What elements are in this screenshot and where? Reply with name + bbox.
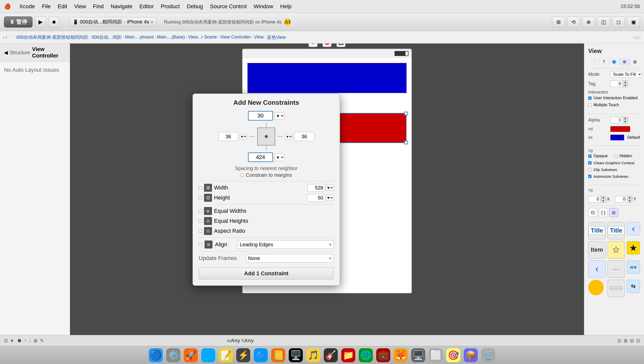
clip-checkbox[interactable] <box>588 168 592 171</box>
status-right-icon-4[interactable]: ⊡ <box>636 338 640 344</box>
status-icon-3[interactable]: ⏹ <box>17 338 22 344</box>
alpha-decrement-btn[interactable]: ▼ <box>623 120 628 123</box>
editor-layout-btn[interactable]: ⊞ <box>552 16 565 28</box>
visual-cell-arrows2[interactable]: ⇆ <box>627 280 640 293</box>
device-orientation-btn[interactable]: ⟲ <box>567 16 580 28</box>
view-controls[interactable]: ⚙ 🔴 🔲 <box>308 44 346 47</box>
tag-increment-btn[interactable]: ▲ <box>623 80 628 84</box>
menu-source-control[interactable]: Source Control <box>206 2 250 11</box>
breadcrumb-item-5[interactable]: View Controller <box>220 34 251 40</box>
navigator-btn[interactable]: ◫ <box>597 16 610 28</box>
height-value-input[interactable] <box>308 194 325 202</box>
status-icon-4[interactable]: ↑ <box>24 338 26 344</box>
visual-cell-dots2[interactable] <box>608 280 625 297</box>
status-icon-7[interactable]: ✎ <box>40 338 44 344</box>
breadcrumb-item-2[interactable]: Main....yboard <box>125 34 154 40</box>
menu-debug[interactable]: Debug <box>183 2 206 11</box>
menu-view[interactable]: View <box>71 2 90 11</box>
visual-cell-dots[interactable]: ··· <box>608 260 625 278</box>
breadcrumb-item-6[interactable]: View <box>254 34 264 40</box>
menu-window[interactable]: Window <box>250 2 277 11</box>
top-constraint-input[interactable] <box>248 111 273 120</box>
scheme-selector[interactable]: 📱 006自动...相同间距 › iPhone 4s ▾ <box>70 17 156 26</box>
x-decrement-btn[interactable]: ▼ <box>601 199 606 202</box>
status-icon-5[interactable]: ↓ <box>29 338 31 344</box>
equal-widths-checkbox[interactable] <box>199 210 202 213</box>
bottom-constraint-input[interactable] <box>248 152 273 162</box>
dock-terminal[interactable]: 🖥️ <box>289 348 303 362</box>
clears-checkbox[interactable] <box>588 161 592 164</box>
status-right-icon-2[interactable]: ⊞ <box>624 338 628 344</box>
visual-cell-item[interactable]: Item <box>588 241 606 258</box>
bottom-constraint-select[interactable]: ▾ <box>274 154 284 161</box>
status-icon-6[interactable]: ⊞ <box>34 338 38 344</box>
top-constraint-select[interactable]: ▾ <box>274 112 284 120</box>
hidden-checkbox[interactable] <box>614 154 618 158</box>
dock-xcode[interactable]: ⚡ <box>236 348 250 362</box>
align-checkbox[interactable] <box>199 243 202 246</box>
right-icon-tab-1[interactable]: 📄 <box>588 58 599 66</box>
dock-browser[interactable]: 🌐 <box>359 348 373 362</box>
breadcrumb-item-1[interactable]: 006自动…间距 <box>92 34 122 40</box>
y-increment-btn[interactable]: ▲ <box>627 196 632 199</box>
canvas-area[interactable]: ⚙ 🔴 🔲 → <box>70 44 584 346</box>
right-icon-tab-2[interactable]: ? <box>599 58 609 66</box>
dock-office[interactable]: 💼 <box>376 348 390 362</box>
menu-help[interactable]: Help <box>277 2 295 11</box>
tint-color-swatch[interactable] <box>610 134 624 140</box>
breadcrumb-forward-btn[interactable]: › <box>6 34 8 40</box>
breadcrumb-back-btn[interactable]: ‹ <box>3 34 5 40</box>
visual-cell-gold[interactable] <box>588 280 604 295</box>
aspect-ratio-checkbox[interactable] <box>199 230 202 233</box>
alpha-increment-btn[interactable]: ▲ <box>623 117 628 120</box>
right-constraint-input[interactable] <box>294 132 314 141</box>
left-constraint-select[interactable]: ▾ <box>240 134 247 139</box>
utilities-btn[interactable]: ▣ <box>627 16 640 28</box>
menu-editor[interactable]: Editor <box>136 2 157 11</box>
dock-app2[interactable]: 🖥️ <box>411 348 425 362</box>
view-control-3[interactable]: 🔲 <box>336 44 346 47</box>
x-input[interactable] <box>588 196 601 202</box>
equal-heights-checkbox[interactable] <box>199 220 202 223</box>
opaque-checkbox[interactable] <box>588 154 592 158</box>
dock-trash[interactable]: 🗑️ <box>481 348 495 362</box>
width-value-input[interactable] <box>308 184 325 192</box>
breadcrumb-item-7[interactable]: 蓝色View <box>267 34 286 40</box>
view-control-1[interactable]: ⚙ <box>308 44 318 47</box>
align-value-selector[interactable]: Leading Edges ▾ <box>238 240 334 249</box>
right-icon-tab-4[interactable]: ⚙ <box>620 58 630 66</box>
menu-product[interactable]: Product <box>157 2 183 11</box>
dock-safari[interactable]: 🌐 <box>201 348 215 362</box>
panel-icon-2[interactable]: { } <box>599 208 608 217</box>
view-control-2[interactable]: 🔴 <box>322 44 332 47</box>
panel-icon-1[interactable]: ⊡ <box>588 208 597 217</box>
blue-view[interactable] <box>248 63 406 93</box>
dock-music[interactable]: 🎵 <box>306 348 320 362</box>
status-right-icon-1[interactable]: ⊡ <box>618 338 621 344</box>
height-checkbox[interactable] <box>199 196 202 200</box>
apple-menu[interactable]: 🍎 <box>4 3 11 10</box>
menu-navigate[interactable]: Navigate <box>107 2 136 11</box>
dock-app3[interactable]: ⬜ <box>429 348 443 362</box>
status-icon-1[interactable]: ⊡ <box>4 338 8 344</box>
height-value-select[interactable]: ▾ <box>326 195 334 201</box>
add-constraint-button[interactable]: Add 1 Constraint <box>199 268 334 280</box>
y-decrement-btn[interactable]: ▼ <box>627 199 632 202</box>
visual-cell-star[interactable]: ☆ <box>608 241 625 258</box>
debug-btn[interactable]: ◻ <box>612 16 625 28</box>
background-color-swatch[interactable] <box>610 126 630 132</box>
width-value-select[interactable]: ▾ <box>326 185 334 191</box>
mode-select[interactable]: Scale To Fill <box>610 71 642 78</box>
dock-app4[interactable]: 🎯 <box>446 348 460 362</box>
y-input[interactable] <box>615 196 627 202</box>
alpha-input[interactable] <box>610 117 623 123</box>
tag-decrement-btn[interactable]: ▼ <box>623 84 628 87</box>
right-icon-tab-5[interactable]: ⊞ <box>630 58 640 66</box>
dock-filezilla[interactable]: 📁 <box>341 348 355 362</box>
visual-cell-title2[interactable]: Title <box>608 222 625 239</box>
dock-garageband[interactable]: 🎸 <box>324 348 338 362</box>
status-icon-2[interactable]: ⏵ <box>10 338 15 344</box>
visual-cell-star-filled[interactable]: ★ <box>627 241 640 254</box>
pause-button[interactable]: ⏸ 暂停 <box>4 16 32 28</box>
visual-cell-title1[interactable]: Title <box>588 222 606 239</box>
